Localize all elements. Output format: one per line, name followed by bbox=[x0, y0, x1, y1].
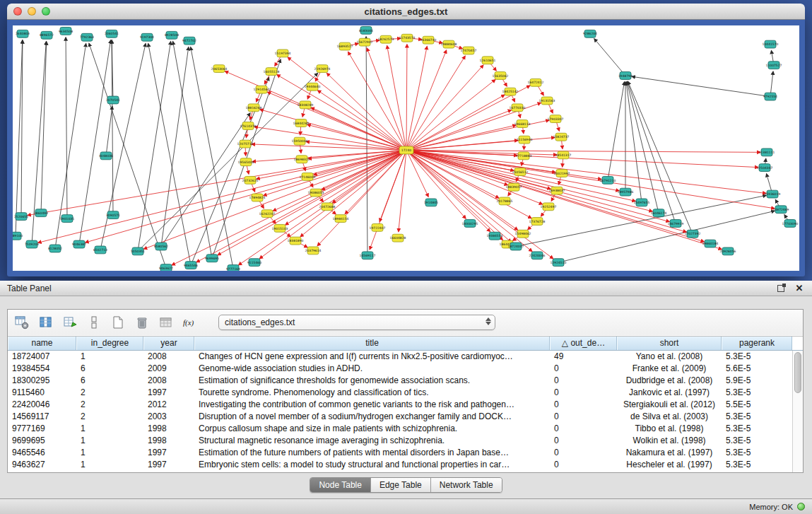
graph-node[interactable]: 14569117 bbox=[360, 252, 376, 259]
graph-node[interactable]: 9197304 bbox=[140, 33, 154, 41]
graph-node[interactable]: 20379614 bbox=[305, 247, 322, 255]
graph-node[interactable]: 9634508 bbox=[59, 27, 73, 35]
graph-node[interactable]: 8183044 bbox=[359, 26, 373, 34]
graph-node[interactable]: 19252497 bbox=[541, 203, 557, 211]
graph-node[interactable]: 3090571 bbox=[106, 211, 120, 219]
column-header[interactable]: year bbox=[143, 337, 194, 350]
network-canvas-svg[interactable]: 1724015197394160551281291456718816268176… bbox=[13, 25, 799, 271]
graph-node[interactable]: 15950004 bbox=[292, 137, 308, 145]
graph-node[interactable]: 22420046 bbox=[529, 252, 546, 259]
graph-node[interactable]: 6502713 bbox=[93, 246, 107, 254]
new-table-icon[interactable] bbox=[110, 314, 126, 331]
graph-node[interactable]: 1689100 bbox=[13, 232, 23, 240]
table-row[interactable]: 911546021997Tourette syndrome. Phenomeno… bbox=[8, 387, 792, 399]
graph-node[interactable]: 18984154 bbox=[333, 215, 349, 223]
graph-node[interactable]: 19668113 bbox=[514, 120, 531, 128]
float-panel-icon[interactable] bbox=[775, 283, 787, 294]
graph-node[interactable]: 8580562 bbox=[154, 243, 168, 250]
graph-node[interactable]: 9115460 bbox=[247, 259, 261, 267]
graph-node[interactable]: 16770330 bbox=[510, 104, 526, 112]
graph-node[interactable]: 21156940 bbox=[517, 136, 533, 144]
column-header[interactable]: short bbox=[617, 337, 722, 350]
table-row[interactable]: 946554611997Estimation of the future num… bbox=[8, 447, 792, 459]
graph-node[interactable]: 18816268 bbox=[246, 104, 262, 112]
graph-node[interactable]: 14679919 bbox=[668, 220, 684, 228]
graph-node[interactable]: 17614378 bbox=[240, 122, 257, 130]
network-table-select[interactable]: citations_edges.txt bbox=[218, 315, 495, 330]
graph-node[interactable]: 15497655 bbox=[634, 199, 650, 206]
table-row[interactable]: 946362711997Embryonic stem cells: a mode… bbox=[8, 459, 792, 471]
graph-node[interactable]: 20732625 bbox=[242, 176, 259, 184]
graph-node[interactable]: 17240 bbox=[399, 146, 413, 154]
graph-node[interactable]: 19131563 bbox=[539, 97, 555, 105]
graph-node[interactable]: 17376728 bbox=[529, 218, 546, 226]
network-view-window[interactable]: citations_edges.txt 17240151973941605512… bbox=[7, 4, 805, 276]
minimize-window-button[interactable] bbox=[28, 7, 36, 16]
graph-node[interactable]: 18839057 bbox=[506, 183, 522, 191]
graph-node[interactable]: 15635062 bbox=[493, 72, 509, 80]
table-row[interactable]: 1456911722003Disruption of a novel membe… bbox=[8, 411, 792, 423]
graph-node[interactable]: 18381890 bbox=[288, 237, 304, 245]
delete-table-icon[interactable] bbox=[134, 314, 151, 331]
graph-node[interactable]: 9792554 bbox=[763, 93, 777, 100]
graph-node[interactable]: 15498462 bbox=[515, 230, 531, 238]
graph-node[interactable]: 19860184 bbox=[702, 240, 719, 247]
graph-node[interactable]: 17903307 bbox=[548, 115, 564, 123]
table-row[interactable]: 1938455462009Genome-wide association stu… bbox=[8, 363, 792, 375]
graph-node[interactable]: 1948794 bbox=[618, 72, 632, 80]
graph-node[interactable]: 20653064 bbox=[211, 65, 228, 73]
graph-node[interactable]: 17703090 bbox=[782, 220, 799, 228]
graph-node[interactable]: 17718883 bbox=[516, 152, 532, 160]
graph-node[interactable]: 18698321 bbox=[294, 156, 310, 163]
graph-node[interactable]: 9699695 bbox=[205, 255, 219, 262]
graph-node[interactable]: 20178865 bbox=[497, 197, 513, 205]
function-builder-icon[interactable]: f(x) bbox=[182, 314, 199, 331]
graph-node[interactable]: 16893517 bbox=[337, 42, 353, 50]
table-row[interactable]: 969969511998Structural magnetic resonanc… bbox=[8, 435, 792, 447]
column-header[interactable]: pagerank bbox=[722, 337, 792, 350]
column-header[interactable]: title bbox=[194, 337, 550, 350]
graph-node[interactable]: 18308289 bbox=[298, 101, 314, 109]
graph-node[interactable]: 19344640 bbox=[305, 83, 321, 90]
graph-node[interactable]: 12924510 bbox=[551, 259, 567, 267]
graph-node[interactable]: 4048036 bbox=[99, 152, 113, 160]
graph-node[interactable]: 12610651 bbox=[480, 57, 496, 64]
graph-node[interactable]: 16791210 bbox=[600, 176, 616, 184]
graph-node[interactable]: 9463627 bbox=[159, 264, 173, 271]
graph-node[interactable]: 18262573 bbox=[378, 35, 394, 43]
network-canvas[interactable]: 1724015197394160551281291456718816268176… bbox=[13, 25, 799, 271]
graph-node[interactable]: 16604828 bbox=[390, 234, 406, 242]
graph-node[interactable]: 18957986 bbox=[618, 188, 634, 196]
graph-node[interactable]: 8896572 bbox=[40, 31, 54, 39]
graph-node[interactable]: 9465546 bbox=[184, 262, 198, 269]
graph-node[interactable]: 12075712 bbox=[237, 140, 254, 148]
graph-node[interactable]: 16262207 bbox=[259, 210, 276, 218]
graph-node[interactable]: 9472702 bbox=[182, 37, 196, 45]
table-row[interactable]: 1872400712008Changes of HCN gene express… bbox=[8, 351, 792, 363]
graph-node[interactable]: 2640803 bbox=[16, 30, 30, 37]
column-header[interactable]: △ out_de… bbox=[550, 337, 617, 350]
graph-node[interactable]: 9777169 bbox=[226, 265, 240, 271]
select-columns-icon[interactable] bbox=[37, 314, 54, 331]
graph-node[interactable]: 14872469 bbox=[773, 206, 789, 214]
table-vertical-scrollbar[interactable] bbox=[792, 351, 803, 472]
scrollbar-thumb[interactable] bbox=[794, 352, 801, 393]
close-window-button[interactable] bbox=[13, 7, 22, 16]
create-column-icon[interactable] bbox=[61, 314, 78, 331]
graph-node[interactable]: 15197394 bbox=[275, 49, 291, 57]
graph-node[interactable]: 8128052 bbox=[48, 245, 62, 252]
graph-node[interactable]: 16046174 bbox=[651, 209, 667, 217]
graph-node[interactable]: 19565404 bbox=[238, 158, 254, 166]
graph-node[interactable]: 18724007 bbox=[508, 243, 524, 250]
table-mode-icon[interactable] bbox=[13, 314, 30, 331]
network-nodes[interactable]: 1724015197394160551281291456718816268176… bbox=[13, 26, 799, 271]
graph-node[interactable]: 17027392 bbox=[685, 230, 701, 238]
column-header[interactable]: name bbox=[8, 337, 76, 350]
close-panel-icon[interactable]: ✕ bbox=[794, 283, 805, 294]
graph-node[interactable]: 20021997 bbox=[554, 170, 570, 177]
graph-node[interactable]: 7509203 bbox=[25, 240, 39, 248]
graph-node[interactable]: 16472412 bbox=[528, 78, 544, 86]
graph-node[interactable]: 16366740 bbox=[420, 36, 437, 44]
graph-node[interactable]: 20926056 bbox=[720, 247, 736, 255]
table-row[interactable]: 977716911998Corpus callosum shape and si… bbox=[8, 423, 792, 435]
